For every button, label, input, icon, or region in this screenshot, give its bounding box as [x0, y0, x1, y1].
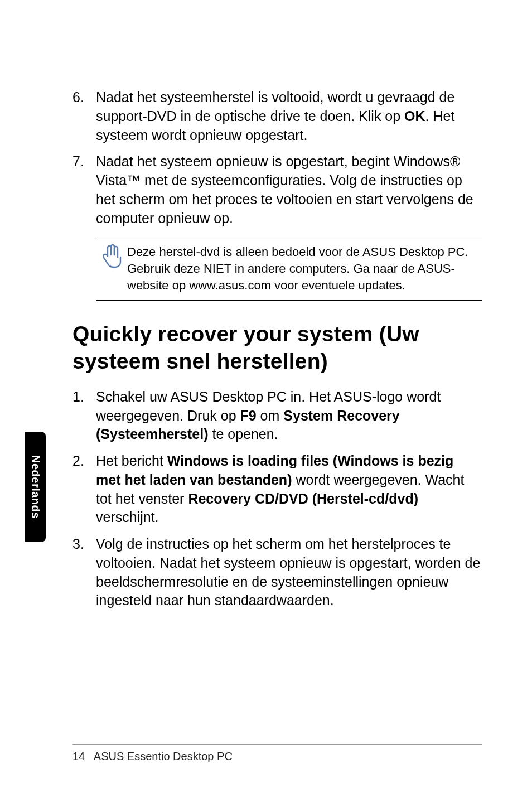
- list-body: Nadat het systeem opnieuw is opgestart, …: [96, 152, 482, 228]
- list-body: Nadat het systeemherstel is voltooid, wo…: [96, 88, 482, 144]
- top-list: 6.Nadat het systeemherstel is voltooid, …: [72, 88, 482, 228]
- page-number: 14: [72, 750, 85, 762]
- note-box: Deze herstel-dvd is alleen bedoeld voor …: [96, 238, 482, 301]
- list-number: 6.: [72, 88, 96, 144]
- language-label: Nederlands: [29, 455, 42, 519]
- hand-icon: [96, 244, 127, 269]
- note-text: Deze herstel-dvd is alleen bedoeld voor …: [127, 244, 482, 293]
- page-footer: 14 ASUS Essentio Desktop PC: [72, 744, 482, 763]
- list-item: 2.Het bericht Windows is loading files (…: [72, 452, 482, 527]
- list-number: 2.: [72, 452, 96, 527]
- list-item: 3.Volg de instructies op het scherm om h…: [72, 535, 482, 610]
- list-body: Volg de instructies op het scherm om het…: [96, 535, 482, 610]
- document-page: 6.Nadat het systeemherstel is voltooid, …: [0, 0, 532, 802]
- list-body: Schakel uw ASUS Desktop PC in. Het ASUS-…: [96, 388, 482, 444]
- list-item: 6.Nadat het systeemherstel is voltooid, …: [72, 88, 482, 144]
- language-side-tab: Nederlands: [25, 432, 46, 542]
- list-number: 3.: [72, 535, 96, 610]
- list-number: 1.: [72, 388, 96, 444]
- section-heading: Quickly recover your system (Uw systeem …: [72, 321, 482, 375]
- list-item: 1.Schakel uw ASUS Desktop PC in. Het ASU…: [72, 388, 482, 444]
- list-body: Het bericht Windows is loading files (Wi…: [96, 452, 482, 527]
- main-list: 1.Schakel uw ASUS Desktop PC in. Het ASU…: [72, 388, 482, 610]
- list-number: 7.: [72, 152, 96, 228]
- list-item: 7.Nadat het systeem opnieuw is opgestart…: [72, 152, 482, 228]
- footer-title: ASUS Essentio Desktop PC: [94, 750, 233, 762]
